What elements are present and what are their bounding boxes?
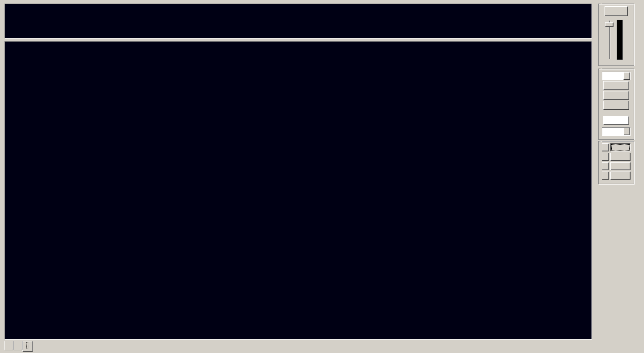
- overlay-row-4: [602, 172, 631, 180]
- level-meter-wrap: [616, 20, 623, 62]
- sidebar: [597, 4, 635, 185]
- tab-room-analyzer[interactable]: [4, 341, 13, 350]
- output-level-slider[interactable]: [603, 20, 616, 61]
- level-meter: [617, 20, 623, 60]
- overlay-2-button[interactable]: [602, 153, 609, 161]
- show-2-button[interactable]: [610, 153, 631, 161]
- tab-full-range-label: [27, 343, 29, 348]
- ambient-button[interactable]: [603, 91, 629, 100]
- app-window: { "top_chart": { "db_spl_label": "dB-SPL…: [0, 0, 644, 353]
- rt60-spl-chart-panel: [4, 4, 592, 39]
- show-3-button[interactable]: [610, 162, 631, 170]
- anechoic-button[interactable]: [603, 81, 629, 90]
- show-group: [598, 69, 634, 140]
- measure-group: [598, 4, 634, 66]
- overlay-row-3: [602, 162, 631, 170]
- tab-full-range[interactable]: [22, 341, 33, 352]
- show-4-button[interactable]: [610, 172, 631, 180]
- overlay-group: [598, 141, 634, 184]
- slider-thumb[interactable]: [605, 22, 614, 27]
- waterfall-mode-value: [602, 128, 623, 135]
- raw-button[interactable]: [603, 101, 629, 110]
- waterfall-3d-plot[interactable]: [5, 42, 592, 339]
- overlay-1-button[interactable]: [602, 143, 609, 151]
- overlay-3-button[interactable]: [602, 162, 609, 170]
- show-1-button[interactable]: [610, 143, 631, 151]
- overlay-row-2: [602, 153, 631, 161]
- waterfall-panel: [4, 41, 592, 340]
- waterfall-mode-select[interactable]: [602, 127, 631, 136]
- measure-button[interactable]: [605, 6, 628, 16]
- overlay-4-button[interactable]: [602, 172, 609, 180]
- tab-bar: [4, 341, 33, 352]
- scale-range-value: [602, 72, 623, 80]
- tab-rta[interactable]: [13, 341, 22, 350]
- overlay-row-1: [602, 143, 631, 151]
- chevron-down-icon[interactable]: [623, 128, 630, 135]
- rt60-button[interactable]: [603, 116, 629, 125]
- chevron-down-icon[interactable]: [623, 72, 630, 80]
- rt60-spl-chart: [5, 4, 592, 38]
- scale-range-select[interactable]: [602, 72, 631, 80]
- output-level-controls: [603, 20, 633, 62]
